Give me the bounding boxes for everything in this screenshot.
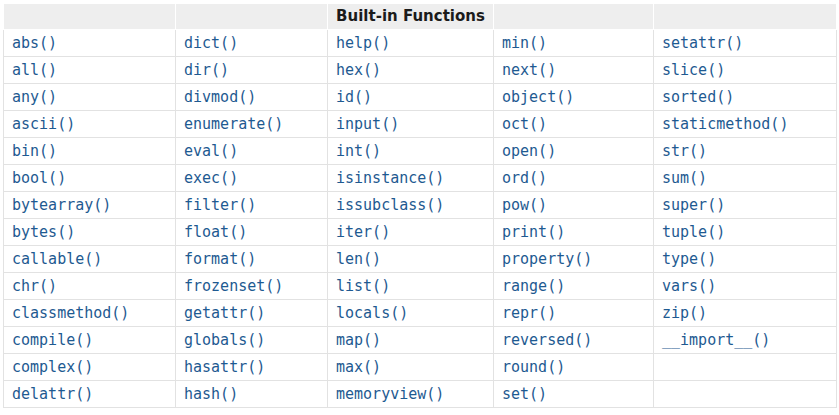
table-cell: tuple() [654, 219, 837, 246]
header-cell-empty-4 [494, 4, 654, 30]
function-link[interactable]: map() [336, 331, 381, 349]
function-link[interactable]: sum() [662, 169, 707, 187]
function-link[interactable]: id() [336, 88, 372, 106]
table-cell: vars() [654, 273, 837, 300]
function-link[interactable]: abs() [12, 34, 57, 52]
function-link[interactable]: dict() [184, 34, 238, 52]
table-cell: delattr() [4, 381, 176, 408]
function-link[interactable]: getattr() [184, 304, 265, 322]
function-link[interactable]: isinstance() [336, 169, 444, 187]
function-link[interactable]: filter() [184, 196, 256, 214]
function-link[interactable]: hex() [336, 61, 381, 79]
function-link[interactable]: set() [502, 385, 547, 403]
function-link[interactable]: slice() [662, 61, 725, 79]
table-cell: int() [328, 138, 494, 165]
function-link[interactable]: compile() [12, 331, 93, 349]
function-link[interactable]: str() [662, 142, 707, 160]
table-cell: compile() [4, 327, 176, 354]
table-cell: repr() [494, 300, 654, 327]
function-link[interactable]: input() [336, 115, 399, 133]
function-link[interactable]: list() [336, 277, 390, 295]
function-link[interactable]: len() [336, 250, 381, 268]
table-cell: __import__() [654, 327, 837, 354]
table-cell: dict() [176, 30, 328, 57]
function-link[interactable]: min() [502, 34, 547, 52]
table-cell: exec() [176, 165, 328, 192]
table-cell: staticmethod() [654, 111, 837, 138]
function-link[interactable]: delattr() [12, 385, 93, 403]
function-link[interactable]: float() [184, 223, 247, 241]
function-link[interactable]: ord() [502, 169, 547, 187]
table-cell: list() [328, 273, 494, 300]
function-link[interactable]: tuple() [662, 223, 725, 241]
table-cell: complex() [4, 354, 176, 381]
function-link[interactable]: bytearray() [12, 196, 111, 214]
function-link[interactable]: divmod() [184, 88, 256, 106]
function-link[interactable]: hasattr() [184, 358, 265, 376]
function-link[interactable]: dir() [184, 61, 229, 79]
function-link[interactable]: eval() [184, 142, 238, 160]
table-cell: hash() [176, 381, 328, 408]
function-link[interactable]: hash() [184, 385, 238, 403]
function-link[interactable]: vars() [662, 277, 716, 295]
function-link[interactable]: bytes() [12, 223, 75, 241]
function-link[interactable]: globals() [184, 331, 265, 349]
function-link[interactable]: classmethod() [12, 304, 129, 322]
function-link[interactable]: complex() [12, 358, 93, 376]
header-cell-empty-5 [654, 4, 837, 30]
function-link[interactable]: staticmethod() [662, 115, 788, 133]
function-link[interactable]: callable() [12, 250, 102, 268]
function-link[interactable]: reversed() [502, 331, 592, 349]
table-cell: sorted() [654, 84, 837, 111]
function-link[interactable]: locals() [336, 304, 408, 322]
table-cell: bytearray() [4, 192, 176, 219]
function-link[interactable]: repr() [502, 304, 556, 322]
function-link[interactable]: sorted() [662, 88, 734, 106]
function-link[interactable]: range() [502, 277, 565, 295]
table-cell: min() [494, 30, 654, 57]
function-link[interactable]: type() [662, 250, 716, 268]
table-row: callable()format()len()property()type() [4, 246, 837, 273]
function-link[interactable]: property() [502, 250, 592, 268]
table-cell: bytes() [4, 219, 176, 246]
function-link[interactable]: __import__() [662, 331, 770, 349]
function-link[interactable]: any() [12, 88, 57, 106]
function-link[interactable]: round() [502, 358, 565, 376]
function-link[interactable]: enumerate() [184, 115, 283, 133]
function-link[interactable]: bool() [12, 169, 66, 187]
table-cell: filter() [176, 192, 328, 219]
table-cell-empty [654, 354, 837, 381]
function-link[interactable]: open() [502, 142, 556, 160]
function-link[interactable]: help() [336, 34, 390, 52]
table-cell: max() [328, 354, 494, 381]
function-link[interactable]: next() [502, 61, 556, 79]
function-link[interactable]: bin() [12, 142, 57, 160]
function-link[interactable]: iter() [336, 223, 390, 241]
function-link[interactable]: chr() [12, 277, 57, 295]
table-row: bool()exec()isinstance()ord()sum() [4, 165, 837, 192]
function-link[interactable]: all() [12, 61, 57, 79]
table-cell: str() [654, 138, 837, 165]
header-cell-empty-2 [176, 4, 328, 30]
function-link[interactable]: zip() [662, 304, 707, 322]
function-link[interactable]: ascii() [12, 115, 75, 133]
function-link[interactable]: frozenset() [184, 277, 283, 295]
function-link[interactable]: int() [336, 142, 381, 160]
table-row: chr()frozenset()list()range()vars() [4, 273, 837, 300]
table-cell: ord() [494, 165, 654, 192]
function-link[interactable]: format() [184, 250, 256, 268]
function-link[interactable]: super() [662, 196, 725, 214]
function-link[interactable]: max() [336, 358, 381, 376]
function-link[interactable]: setattr() [662, 34, 743, 52]
function-link[interactable]: issubclass() [336, 196, 444, 214]
function-link[interactable]: pow() [502, 196, 547, 214]
function-link[interactable]: memoryview() [336, 385, 444, 403]
function-link[interactable]: exec() [184, 169, 238, 187]
builtin-functions-table: Built-in Functions abs()dict()help()min(… [3, 3, 837, 408]
table-cell: property() [494, 246, 654, 273]
function-link[interactable]: oct() [502, 115, 547, 133]
table-cell: input() [328, 111, 494, 138]
function-link[interactable]: object() [502, 88, 574, 106]
table-cell: enumerate() [176, 111, 328, 138]
function-link[interactable]: print() [502, 223, 565, 241]
